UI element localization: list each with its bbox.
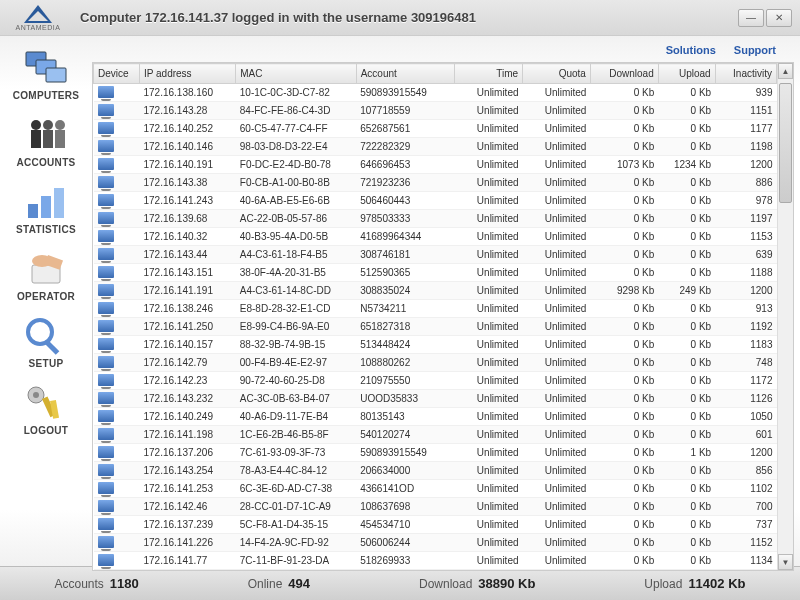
col-quota[interactable]: Quota — [523, 64, 591, 84]
cell-ip: 172.16.143.28 — [139, 102, 235, 120]
table-row[interactable]: 172.16.143.25478-A3-E4-4C-84-12206634000… — [94, 462, 777, 480]
svg-rect-16 — [44, 340, 59, 355]
support-link[interactable]: Support — [734, 44, 776, 56]
table-row[interactable]: 172.16.141.250E8-99-C4-B6-9A-E0651827318… — [94, 318, 777, 336]
table-row[interactable]: 172.16.141.24340-6A-AB-E5-E6-6B506460443… — [94, 192, 777, 210]
cell-mac: 7C-61-93-09-3F-73 — [236, 444, 356, 462]
col-time[interactable]: Time — [455, 64, 523, 84]
cell-quota: Unlimited — [523, 354, 591, 372]
minimize-button[interactable]: — — [738, 9, 764, 27]
cell-inactivity: 1152 — [715, 534, 776, 552]
cell-inactivity: 700 — [715, 498, 776, 516]
table-row[interactable]: 172.16.140.3240-B3-95-4A-D0-5B4168996434… — [94, 228, 777, 246]
cell-download: 0 Kb — [590, 264, 658, 282]
solutions-link[interactable]: Solutions — [666, 44, 716, 56]
computer-icon — [98, 320, 114, 332]
table-row[interactable]: 172.16.143.232AC-3C-0B-63-B4-07UOOD35833… — [94, 390, 777, 408]
close-button[interactable]: ✕ — [766, 9, 792, 27]
sidebar-item-operator[interactable]: OPERATOR — [4, 243, 88, 308]
data-grid: Device IP address MAC Account Time Quota… — [92, 62, 794, 571]
vertical-scrollbar[interactable]: ▲ ▼ — [777, 63, 793, 570]
cell-ip: 172.16.140.32 — [139, 228, 235, 246]
svg-rect-4 — [31, 130, 41, 148]
cell-quota: Unlimited — [523, 480, 591, 498]
cell-account: 513448424 — [356, 336, 455, 354]
col-ip[interactable]: IP address — [139, 64, 235, 84]
table-row[interactable]: 172.16.140.25260-C5-47-77-C4-FF652687561… — [94, 120, 777, 138]
svg-point-5 — [43, 120, 53, 130]
scroll-down-button[interactable]: ▼ — [778, 554, 793, 570]
cell-inactivity: 1200 — [715, 444, 776, 462]
table-row[interactable]: 172.16.138.16010-1C-0C-3D-C7-82590893915… — [94, 84, 777, 102]
table-row[interactable]: 172.16.139.68AC-22-0B-05-57-86978503333U… — [94, 210, 777, 228]
cell-quota: Unlimited — [523, 444, 591, 462]
table-row[interactable]: 172.16.141.22614-F4-2A-9C-FD-92506006244… — [94, 534, 777, 552]
table-row[interactable]: 172.16.140.24940-A6-D9-11-7E-B480135143U… — [94, 408, 777, 426]
cell-inactivity: 856 — [715, 462, 776, 480]
cell-download: 0 Kb — [590, 426, 658, 444]
svg-rect-11 — [54, 188, 64, 218]
computer-icon — [98, 158, 114, 170]
status-label: Upload — [644, 577, 682, 591]
sidebar-item-computers[interactable]: COMPUTERS — [4, 42, 88, 107]
cell-device — [94, 462, 140, 480]
cell-download: 0 Kb — [590, 444, 658, 462]
cell-quota: Unlimited — [523, 210, 591, 228]
table-row[interactable]: 172.16.141.191A4-C3-61-14-8C-DD308835024… — [94, 282, 777, 300]
table-row[interactable]: 172.16.137.2395C-F8-A1-D4-35-15454534710… — [94, 516, 777, 534]
scroll-up-button[interactable]: ▲ — [778, 63, 793, 79]
svg-point-3 — [31, 120, 41, 130]
table-row[interactable]: 172.16.143.38F0-CB-A1-00-B0-8B721923236U… — [94, 174, 777, 192]
computer-icon — [98, 176, 114, 188]
computer-icon — [98, 356, 114, 368]
sidebar-label: LOGOUT — [24, 425, 69, 436]
cell-mac: 78-A3-E4-4C-84-12 — [236, 462, 356, 480]
cell-quota: Unlimited — [523, 120, 591, 138]
svg-rect-2 — [46, 68, 66, 82]
scroll-thumb[interactable] — [779, 83, 792, 203]
cell-account: 210975550 — [356, 372, 455, 390]
cell-inactivity: 1183 — [715, 336, 776, 354]
cell-ip: 172.16.143.254 — [139, 462, 235, 480]
col-device[interactable]: Device — [94, 64, 140, 84]
table-row[interactable]: 172.16.140.15788-32-9B-74-9B-15513448424… — [94, 336, 777, 354]
table-row[interactable]: 172.16.141.1981C-E6-2B-46-B5-8F540120274… — [94, 426, 777, 444]
cell-download: 0 Kb — [590, 354, 658, 372]
cell-ip: 172.16.143.151 — [139, 264, 235, 282]
cell-download: 0 Kb — [590, 498, 658, 516]
computer-icon — [98, 446, 114, 458]
table-row[interactable]: 172.16.142.4628-CC-01-D7-1C-A9108637698U… — [94, 498, 777, 516]
cell-upload: 1234 Kb — [658, 156, 715, 174]
table-row[interactable]: 172.16.143.44A4-C3-61-18-F4-B5308746181U… — [94, 246, 777, 264]
table-row[interactable]: 172.16.138.246E8-8D-28-32-E1-CDN5734211U… — [94, 300, 777, 318]
sidebar-item-accounts[interactable]: ACCOUNTS — [4, 109, 88, 174]
table-row[interactable]: 172.16.140.191F0-DC-E2-4D-B0-78646696453… — [94, 156, 777, 174]
cell-upload: 0 Kb — [658, 318, 715, 336]
table-row[interactable]: 172.16.141.2536C-3E-6D-AD-C7-384366141OD… — [94, 480, 777, 498]
cell-inactivity: 1102 — [715, 480, 776, 498]
cell-time: Unlimited — [455, 354, 523, 372]
table-row[interactable]: 172.16.141.777C-11-BF-91-23-DA518269933U… — [94, 552, 777, 570]
table-row[interactable]: 172.16.143.15138-0F-4A-20-31-B5512590365… — [94, 264, 777, 282]
col-account[interactable]: Account — [356, 64, 455, 84]
col-mac[interactable]: MAC — [236, 64, 356, 84]
cell-inactivity: 639 — [715, 246, 776, 264]
sidebar-item-statistics[interactable]: STATISTICS — [4, 176, 88, 241]
cell-quota: Unlimited — [523, 228, 591, 246]
col-upload[interactable]: Upload — [658, 64, 715, 84]
col-download[interactable]: Download — [590, 64, 658, 84]
table-row[interactable]: 172.16.142.7900-F4-B9-4E-E2-97108880262U… — [94, 354, 777, 372]
scroll-track[interactable] — [778, 79, 793, 554]
cell-time: Unlimited — [455, 462, 523, 480]
status-accounts: Accounts 1180 — [54, 576, 138, 591]
cell-device — [94, 120, 140, 138]
table-row[interactable]: 172.16.142.2390-72-40-60-25-D8210975550U… — [94, 372, 777, 390]
table-row[interactable]: 172.16.140.14698-03-D8-D3-22-E4722282329… — [94, 138, 777, 156]
sidebar-item-logout[interactable]: LOGOUT — [4, 377, 88, 442]
table-row[interactable]: 172.16.137.2067C-61-93-09-3F-73590893915… — [94, 444, 777, 462]
col-inactivity[interactable]: Inactivity — [715, 64, 776, 84]
table-row[interactable]: 172.16.143.2884-FC-FE-86-C4-3D107718559U… — [94, 102, 777, 120]
cell-time: Unlimited — [455, 264, 523, 282]
sidebar-item-setup[interactable]: SETUP — [4, 310, 88, 375]
cell-quota: Unlimited — [523, 156, 591, 174]
